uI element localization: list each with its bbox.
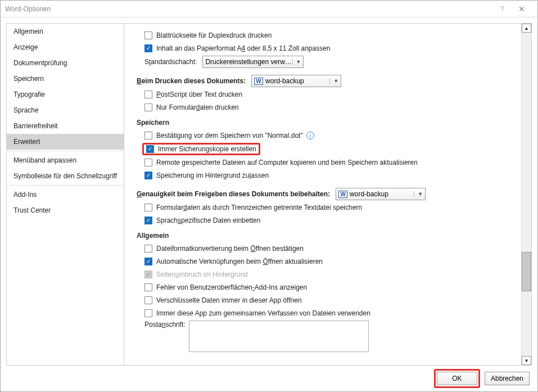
pagebreak-checkbox	[144, 271, 152, 278]
sidebar-item-sprache[interactable]: Sprache	[7, 102, 124, 118]
remote-label: Remote gespeicherte Dateien auf Computer…	[156, 159, 418, 166]
content-wrap: Blattrückseite für Duplexdruck drucken I…	[124, 23, 532, 366]
cancel-button[interactable]: Abbrechen	[485, 372, 530, 385]
standardschacht-label: Standardschacht:	[144, 58, 197, 66]
sidebar-item-erweitert[interactable]: Erweitert	[7, 134, 124, 150]
addin-err-checkbox[interactable]	[144, 283, 152, 291]
autolinks-checkbox[interactable]	[144, 258, 152, 265]
fidelity-dropdown[interactable]: word-backup ▼	[336, 188, 426, 200]
langdata-label: Sprachspezifische Daten einbetten	[156, 217, 260, 224]
general-section-header: Allgemein	[137, 232, 514, 240]
fidelity-label: Genauigkeit beim Freigeben dieses Dokume…	[137, 190, 330, 198]
backup-checkbox[interactable]	[146, 145, 154, 153]
standardschacht-dropdown[interactable]: Druckereinstellungen verw… ▼	[202, 56, 304, 68]
sidebar-item-dokumentpruefung[interactable]: Dokumentprüfung	[7, 55, 124, 71]
print-doc-dropdown[interactable]: word-backup ▼	[251, 75, 341, 87]
fidelity-value: word-backup	[350, 190, 388, 198]
postscript-checkbox[interactable]	[144, 91, 152, 98]
chevron-down-icon: ▼	[292, 59, 301, 65]
chevron-down-icon: ▼	[329, 78, 338, 84]
autolinks-label: Automatische Verknüpfungen beim Öffnen a…	[156, 258, 323, 265]
remote-checkbox[interactable]	[144, 159, 152, 166]
fileconv-checkbox[interactable]	[144, 245, 152, 253]
category-sidebar: Allgemein Anzeige Dokumentprüfung Speich…	[6, 23, 124, 366]
post-label: Postanschrift:	[144, 321, 186, 328]
sidebar-separator	[7, 151, 124, 151]
window-title: Word-Optionen	[5, 5, 494, 13]
sidebar-item-addins[interactable]: Add-Ins	[7, 187, 124, 202]
backup-highlight: Immer Sicherungskopie erstellen	[142, 143, 260, 155]
titlebar: Word-Optionen ? ✕	[1, 1, 537, 17]
sidebar-item-allgemein[interactable]: Allgemein	[7, 24, 124, 39]
sidebar-item-menueband[interactable]: Menüband anpassen	[7, 152, 124, 168]
langdata-checkbox[interactable]	[144, 217, 152, 224]
close-button[interactable]: ✕	[510, 4, 533, 13]
sidebar-item-anzeige[interactable]: Anzeige	[7, 39, 124, 55]
paperfit-label: Inhalt an das Papierformat A4 oder 8,5 x…	[156, 44, 331, 52]
encrypted-checkbox[interactable]	[144, 296, 152, 304]
scroll-track[interactable]	[522, 33, 531, 356]
addin-err-label: Fehler von Benutzeroberflächen-Add-Ins a…	[156, 283, 307, 291]
formdata-checkbox[interactable]	[144, 204, 152, 211]
print-doc-value: word-backup	[265, 77, 304, 85]
fileconv-label: Dateiformatkonvertierung beim Öffnen bes…	[156, 245, 304, 253]
pagebreak-label: Seitenumbruch im Hintergrund	[156, 271, 248, 278]
duplex-label: Blattrückseite für Duplexdruck drucken	[156, 31, 272, 39]
formonly-checkbox[interactable]	[144, 103, 152, 111]
word-doc-icon	[254, 76, 263, 85]
help-button[interactable]: ?	[494, 5, 510, 13]
backup-label: Immer Sicherungskopie erstellen	[158, 145, 256, 153]
sidebar-item-schnellzugriff[interactable]: Symbolleiste für den Schnellzugriff	[7, 168, 124, 184]
formonly-label: Nur Formulardaten drucken	[156, 103, 239, 111]
duplex-checkbox[interactable]	[144, 31, 152, 39]
sidebar-item-speichern[interactable]: Speichern	[7, 71, 124, 87]
bgsave-label: Speicherung im Hintergrund zulassen	[156, 172, 269, 179]
save-section-header: Speichern	[137, 119, 514, 127]
scroll-thumb[interactable]	[522, 252, 531, 291]
word-doc-icon	[338, 190, 347, 199]
info-icon[interactable]: i	[306, 132, 314, 139]
sidebar-separator	[7, 185, 124, 186]
sidebar-item-typografie[interactable]: Typografie	[7, 87, 124, 102]
chevron-down-icon: ▼	[414, 191, 423, 197]
scroll-up-button[interactable]: ▲	[522, 24, 531, 33]
ok-highlight: OK	[434, 369, 480, 388]
standardschacht-value: Druckereinstellungen verw…	[205, 58, 291, 66]
scroll-down-button[interactable]: ▼	[522, 356, 531, 365]
postanschrift-textarea[interactable]	[189, 321, 369, 352]
formdata-label: Formulardaten als durch Trennzeichen get…	[156, 204, 362, 211]
ok-button[interactable]: OK	[437, 372, 477, 385]
confirm-normal-label: Bestätigung vor dem Speichern von "Norma…	[156, 132, 303, 139]
sidebar-item-barrierefreiheit[interactable]: Barrierefreiheit	[7, 118, 124, 134]
confirm-normal-checkbox[interactable]	[144, 132, 152, 139]
bgsave-checkbox[interactable]	[144, 172, 152, 179]
main-area: Allgemein Anzeige Dokumentprüfung Speich…	[1, 17, 537, 366]
postscript-label: PostScript über Text drucken	[156, 91, 242, 98]
encrypted-label: Verschlüsselte Daten immer in dieser App…	[156, 296, 302, 304]
dialog-footer: OK Abbrechen	[1, 366, 537, 391]
print-doc-label: Beim Drucken dieses Dokuments:	[137, 77, 246, 85]
coauth-checkbox[interactable]	[144, 309, 152, 317]
coauth-label: Immer diese App zum gemeinsamen Verfasse…	[156, 309, 370, 317]
options-content: Blattrückseite für Duplexdruck drucken I…	[124, 24, 521, 365]
vertical-scrollbar[interactable]: ▲ ▼	[521, 24, 531, 365]
paperfit-checkbox[interactable]	[144, 44, 152, 52]
sidebar-item-trustcenter[interactable]: Trust Center	[7, 202, 124, 218]
